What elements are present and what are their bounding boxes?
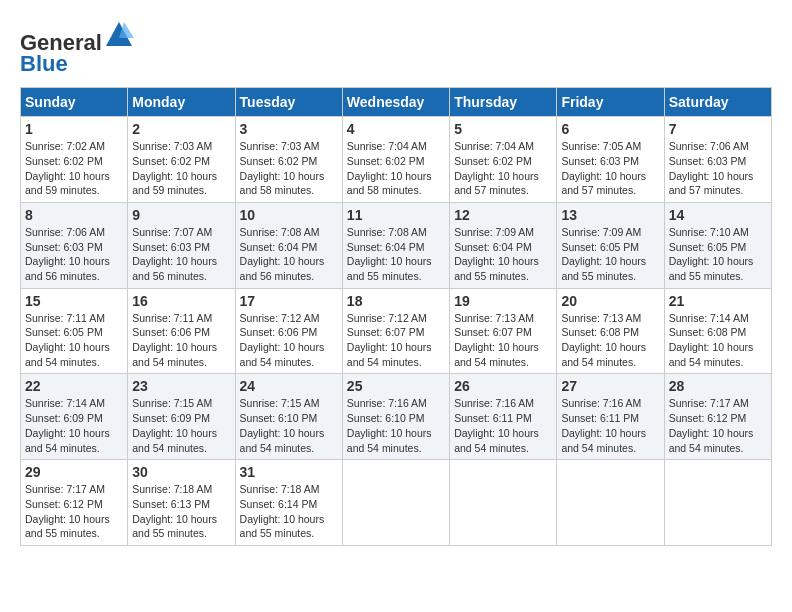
calendar-cell: 4Sunrise: 7:04 AMSunset: 6:02 PMDaylight… <box>342 117 449 203</box>
day-number: 16 <box>132 293 230 309</box>
calendar-cell: 20Sunrise: 7:13 AMSunset: 6:08 PMDayligh… <box>557 288 664 374</box>
calendar-cell: 9Sunrise: 7:07 AMSunset: 6:03 PMDaylight… <box>128 202 235 288</box>
cell-content: Sunrise: 7:12 AMSunset: 6:06 PMDaylight:… <box>240 311 338 370</box>
cell-content: Sunrise: 7:06 AMSunset: 6:03 PMDaylight:… <box>669 139 767 198</box>
col-header-tuesday: Tuesday <box>235 88 342 117</box>
cell-content: Sunrise: 7:14 AMSunset: 6:09 PMDaylight:… <box>25 396 123 455</box>
cell-content: Sunrise: 7:17 AMSunset: 6:12 PMDaylight:… <box>25 482 123 541</box>
calendar-cell: 7Sunrise: 7:06 AMSunset: 6:03 PMDaylight… <box>664 117 771 203</box>
day-number: 5 <box>454 121 552 137</box>
logo: General Blue <box>20 20 134 77</box>
cell-content: Sunrise: 7:18 AMSunset: 6:14 PMDaylight:… <box>240 482 338 541</box>
day-number: 8 <box>25 207 123 223</box>
calendar-cell: 14Sunrise: 7:10 AMSunset: 6:05 PMDayligh… <box>664 202 771 288</box>
day-number: 13 <box>561 207 659 223</box>
cell-content: Sunrise: 7:04 AMSunset: 6:02 PMDaylight:… <box>454 139 552 198</box>
calendar-header: SundayMondayTuesdayWednesdayThursdayFrid… <box>21 88 772 117</box>
day-number: 30 <box>132 464 230 480</box>
day-number: 17 <box>240 293 338 309</box>
day-number: 29 <box>25 464 123 480</box>
day-number: 7 <box>669 121 767 137</box>
cell-content: Sunrise: 7:13 AMSunset: 6:08 PMDaylight:… <box>561 311 659 370</box>
cell-content: Sunrise: 7:06 AMSunset: 6:03 PMDaylight:… <box>25 225 123 284</box>
calendar-cell: 2Sunrise: 7:03 AMSunset: 6:02 PMDaylight… <box>128 117 235 203</box>
day-number: 2 <box>132 121 230 137</box>
cell-content: Sunrise: 7:15 AMSunset: 6:09 PMDaylight:… <box>132 396 230 455</box>
cell-content: Sunrise: 7:09 AMSunset: 6:04 PMDaylight:… <box>454 225 552 284</box>
cell-content: Sunrise: 7:08 AMSunset: 6:04 PMDaylight:… <box>347 225 445 284</box>
col-header-saturday: Saturday <box>664 88 771 117</box>
day-number: 14 <box>669 207 767 223</box>
page-header: General Blue <box>20 20 772 77</box>
cell-content: Sunrise: 7:13 AMSunset: 6:07 PMDaylight:… <box>454 311 552 370</box>
cell-content: Sunrise: 7:12 AMSunset: 6:07 PMDaylight:… <box>347 311 445 370</box>
cell-content: Sunrise: 7:16 AMSunset: 6:10 PMDaylight:… <box>347 396 445 455</box>
logo-text: General <box>20 20 134 55</box>
calendar-table: SundayMondayTuesdayWednesdayThursdayFrid… <box>20 87 772 546</box>
cell-content: Sunrise: 7:16 AMSunset: 6:11 PMDaylight:… <box>454 396 552 455</box>
cell-content: Sunrise: 7:03 AMSunset: 6:02 PMDaylight:… <box>240 139 338 198</box>
day-number: 23 <box>132 378 230 394</box>
day-number: 20 <box>561 293 659 309</box>
calendar-cell: 21Sunrise: 7:14 AMSunset: 6:08 PMDayligh… <box>664 288 771 374</box>
calendar-cell: 18Sunrise: 7:12 AMSunset: 6:07 PMDayligh… <box>342 288 449 374</box>
calendar-cell: 22Sunrise: 7:14 AMSunset: 6:09 PMDayligh… <box>21 374 128 460</box>
calendar-week-1: 1Sunrise: 7:02 AMSunset: 6:02 PMDaylight… <box>21 117 772 203</box>
day-number: 26 <box>454 378 552 394</box>
col-header-wednesday: Wednesday <box>342 88 449 117</box>
calendar-cell: 16Sunrise: 7:11 AMSunset: 6:06 PMDayligh… <box>128 288 235 374</box>
cell-content: Sunrise: 7:18 AMSunset: 6:13 PMDaylight:… <box>132 482 230 541</box>
calendar-cell: 12Sunrise: 7:09 AMSunset: 6:04 PMDayligh… <box>450 202 557 288</box>
calendar-cell: 6Sunrise: 7:05 AMSunset: 6:03 PMDaylight… <box>557 117 664 203</box>
calendar-cell: 15Sunrise: 7:11 AMSunset: 6:05 PMDayligh… <box>21 288 128 374</box>
day-number: 11 <box>347 207 445 223</box>
cell-content: Sunrise: 7:02 AMSunset: 6:02 PMDaylight:… <box>25 139 123 198</box>
calendar-cell <box>664 460 771 546</box>
calendar-cell: 5Sunrise: 7:04 AMSunset: 6:02 PMDaylight… <box>450 117 557 203</box>
calendar-cell: 10Sunrise: 7:08 AMSunset: 6:04 PMDayligh… <box>235 202 342 288</box>
day-number: 24 <box>240 378 338 394</box>
logo-icon <box>104 20 134 50</box>
calendar-cell: 8Sunrise: 7:06 AMSunset: 6:03 PMDaylight… <box>21 202 128 288</box>
day-number: 12 <box>454 207 552 223</box>
calendar-week-5: 29Sunrise: 7:17 AMSunset: 6:12 PMDayligh… <box>21 460 772 546</box>
calendar-cell: 26Sunrise: 7:16 AMSunset: 6:11 PMDayligh… <box>450 374 557 460</box>
calendar-cell <box>557 460 664 546</box>
day-number: 22 <box>25 378 123 394</box>
calendar-cell: 25Sunrise: 7:16 AMSunset: 6:10 PMDayligh… <box>342 374 449 460</box>
cell-content: Sunrise: 7:11 AMSunset: 6:05 PMDaylight:… <box>25 311 123 370</box>
day-number: 15 <box>25 293 123 309</box>
day-number: 19 <box>454 293 552 309</box>
day-number: 4 <box>347 121 445 137</box>
calendar-cell: 29Sunrise: 7:17 AMSunset: 6:12 PMDayligh… <box>21 460 128 546</box>
calendar-cell: 28Sunrise: 7:17 AMSunset: 6:12 PMDayligh… <box>664 374 771 460</box>
calendar-cell: 1Sunrise: 7:02 AMSunset: 6:02 PMDaylight… <box>21 117 128 203</box>
calendar-cell: 27Sunrise: 7:16 AMSunset: 6:11 PMDayligh… <box>557 374 664 460</box>
cell-content: Sunrise: 7:14 AMSunset: 6:08 PMDaylight:… <box>669 311 767 370</box>
calendar-cell: 31Sunrise: 7:18 AMSunset: 6:14 PMDayligh… <box>235 460 342 546</box>
day-number: 21 <box>669 293 767 309</box>
day-number: 18 <box>347 293 445 309</box>
calendar-cell: 3Sunrise: 7:03 AMSunset: 6:02 PMDaylight… <box>235 117 342 203</box>
cell-content: Sunrise: 7:07 AMSunset: 6:03 PMDaylight:… <box>132 225 230 284</box>
calendar-cell: 11Sunrise: 7:08 AMSunset: 6:04 PMDayligh… <box>342 202 449 288</box>
day-number: 9 <box>132 207 230 223</box>
col-header-thursday: Thursday <box>450 88 557 117</box>
calendar-cell: 30Sunrise: 7:18 AMSunset: 6:13 PMDayligh… <box>128 460 235 546</box>
day-number: 27 <box>561 378 659 394</box>
cell-content: Sunrise: 7:08 AMSunset: 6:04 PMDaylight:… <box>240 225 338 284</box>
calendar-cell: 24Sunrise: 7:15 AMSunset: 6:10 PMDayligh… <box>235 374 342 460</box>
day-number: 25 <box>347 378 445 394</box>
calendar-week-3: 15Sunrise: 7:11 AMSunset: 6:05 PMDayligh… <box>21 288 772 374</box>
calendar-cell <box>342 460 449 546</box>
day-number: 31 <box>240 464 338 480</box>
cell-content: Sunrise: 7:10 AMSunset: 6:05 PMDaylight:… <box>669 225 767 284</box>
calendar-cell: 17Sunrise: 7:12 AMSunset: 6:06 PMDayligh… <box>235 288 342 374</box>
cell-content: Sunrise: 7:09 AMSunset: 6:05 PMDaylight:… <box>561 225 659 284</box>
cell-content: Sunrise: 7:16 AMSunset: 6:11 PMDaylight:… <box>561 396 659 455</box>
col-header-monday: Monday <box>128 88 235 117</box>
day-number: 6 <box>561 121 659 137</box>
cell-content: Sunrise: 7:17 AMSunset: 6:12 PMDaylight:… <box>669 396 767 455</box>
cell-content: Sunrise: 7:04 AMSunset: 6:02 PMDaylight:… <box>347 139 445 198</box>
day-number: 28 <box>669 378 767 394</box>
